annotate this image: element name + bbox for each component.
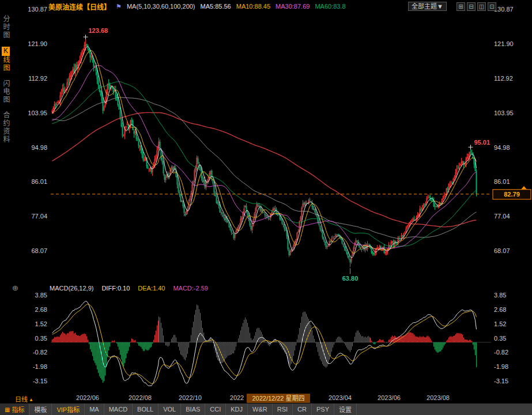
svg-text:121.90: 121.90 (494, 40, 514, 47)
tab-label: CCI (210, 406, 221, 413)
tab-label: 指标 (12, 405, 24, 414)
macd-params-label: MACD(26,12,9) (50, 285, 93, 292)
svg-text:-0.82: -0.82 (33, 349, 47, 356)
sidebar-item-char: 图 (2, 64, 10, 72)
svg-text:86.01: 86.01 (494, 178, 510, 185)
svg-text:63.80: 63.80 (342, 275, 359, 282)
sidebar-item-kline-chart[interactable]: K线图 (2, 47, 10, 72)
indicator-grid-icon: ▦ (5, 406, 10, 413)
sidebar-item-time-chart[interactable]: 分时图 (2, 15, 10, 39)
time-axis-tick: 2022/06 (76, 394, 99, 401)
tab-vip-indicator[interactable]: VIP指标 (52, 403, 85, 415)
svg-text:3.85: 3.85 (35, 292, 47, 299)
sidebar-item-char: 闪 (2, 80, 10, 88)
tab-rsi[interactable]: RSI (273, 403, 293, 415)
selected-date-box: 2022/12/22 星期四 (247, 394, 310, 403)
tab-wr[interactable]: W&R (248, 403, 273, 415)
svg-text:1.52: 1.52 (35, 320, 47, 327)
period-selector[interactable]: 日线▲ (15, 394, 33, 403)
svg-text:-3.15: -3.15 (494, 378, 508, 384)
tab-psy[interactable]: PSY (312, 403, 334, 415)
ma-value: MA5:85.56 (201, 3, 231, 10)
time-axis-tick: 2022/10 (179, 394, 202, 401)
svg-text:103.95: 103.95 (28, 110, 47, 116)
macd-dea-value: DEA:1.40 (138, 285, 165, 292)
tab-label: MACD (109, 406, 127, 413)
tab-label: BOLL (137, 406, 153, 413)
svg-text:0.35: 0.35 (35, 335, 47, 342)
sidebar-item-flash-chart[interactable]: 闪电图 (2, 80, 10, 104)
svg-text:0.35: 0.35 (494, 335, 506, 342)
ma-legend: MA(5,10,30,60,100,200) (127, 3, 195, 10)
topbar: 美原油连续【日线】 ⚑ MA(5,10,30,60,100,200) MA5:8… (0, 1, 532, 12)
tab-macd[interactable]: MACD (104, 403, 133, 415)
sidebar-item-char: 资 (2, 127, 10, 135)
svg-text:1.52: 1.52 (494, 320, 506, 327)
time-axis-tick: 2022/08 (129, 394, 152, 401)
chevron-up-icon: ▲ (29, 397, 33, 402)
layout-grid-icon[interactable]: ⊞ (456, 2, 465, 11)
sidebar-item-char: 分 (2, 15, 10, 23)
svg-text:-1.98: -1.98 (33, 363, 47, 370)
layout-rows-icon[interactable]: ⊟ (467, 2, 476, 11)
svg-text:3.85: 3.85 (494, 292, 506, 299)
svg-text:94.98: 94.98 (494, 144, 510, 151)
tab-label: PSY (316, 406, 329, 413)
svg-text:68.07: 68.07 (494, 247, 510, 254)
tab-label: 模板 (34, 405, 47, 414)
svg-text:123.68: 123.68 (89, 27, 108, 34)
tab-vol[interactable]: VOL (159, 403, 181, 415)
flag-icon: ⚑ (116, 3, 122, 10)
time-axis-tick: 2023/04 (329, 394, 352, 401)
tab-settings[interactable]: 设置 (334, 403, 357, 415)
layout-buttons: ⊞⊟◫⊡ (456, 2, 496, 11)
tab-kdj[interactable]: KDJ (226, 403, 248, 415)
layout-columns-icon[interactable]: ◫ (477, 2, 486, 11)
sidebar-item-contract-info[interactable]: 合约资料 (2, 111, 10, 144)
svg-text:68.07: 68.07 (31, 247, 47, 254)
sidebar-item-char: 时 (2, 23, 10, 31)
sidebar-item-char: 料 (2, 135, 10, 144)
svg-text:-0.82: -0.82 (494, 349, 508, 356)
chart-type-sidebar: 分时图K线图闪电图合约资料 (0, 15, 12, 144)
macd-indicator-header: MACD(26,12,9) DIFF:0.10 DEA:1.40 MACD:-2… (50, 285, 208, 292)
svg-text:112.92: 112.92 (28, 75, 47, 82)
ma-value: MA30:87.69 (276, 3, 310, 10)
svg-text:2.68: 2.68 (494, 306, 506, 313)
candlestick-chart-canvas[interactable]: 130.87130.87121.90121.90112.92112.92103.… (0, 0, 532, 415)
layout-single-icon[interactable]: ⊡ (488, 2, 496, 11)
tab-boll[interactable]: BOLL (133, 403, 159, 415)
ma-values: MA5:85.56MA10:88.45MA30:87.69MA60:83.8 (201, 3, 346, 10)
tab-ma[interactable]: MA (85, 403, 104, 415)
tab-cr[interactable]: CR (293, 403, 312, 415)
tab-template[interactable]: 模板 (29, 403, 52, 415)
svg-text:94.98: 94.98 (31, 144, 47, 151)
sidebar-item-char: 图 (2, 31, 10, 39)
ma-value: MA10:88.45 (236, 3, 270, 10)
time-axis-tick: 2023/06 (378, 394, 401, 401)
tab-indicator[interactable]: ▦指标 (0, 403, 29, 415)
sidebar-item-char: 线 (2, 56, 10, 64)
tab-label: 设置 (339, 405, 352, 414)
sidebar-item-char: 电 (2, 88, 10, 96)
tab-label: VIP指标 (56, 405, 80, 414)
crosshair-tool-icon[interactable]: ⊕ (12, 284, 18, 292)
theme-selector-button[interactable]: 全部主题▼ (408, 2, 447, 11)
time-axis-tick: 2023/08 (427, 394, 450, 401)
svg-text:103.95: 103.95 (494, 110, 514, 116)
sidebar-item-char: 约 (2, 119, 10, 127)
tab-bias[interactable]: BIAS (181, 403, 205, 415)
macd-bar-value: MACD:-2.59 (173, 285, 208, 292)
tab-cci[interactable]: CCI (205, 403, 226, 415)
period-label: 日线 (15, 396, 28, 403)
svg-text:-3.15: -3.15 (33, 378, 47, 384)
svg-text:86.01: 86.01 (31, 178, 47, 185)
tab-label: CR (297, 406, 307, 413)
tab-label: BIAS (186, 406, 200, 413)
svg-text:77.04: 77.04 (494, 213, 510, 220)
svg-text:-1.98: -1.98 (494, 363, 508, 370)
tab-label: W&R (252, 406, 267, 413)
svg-text:112.92: 112.92 (494, 75, 513, 82)
svg-text:82.79: 82.79 (504, 191, 520, 198)
tab-label: RSI (277, 406, 288, 413)
